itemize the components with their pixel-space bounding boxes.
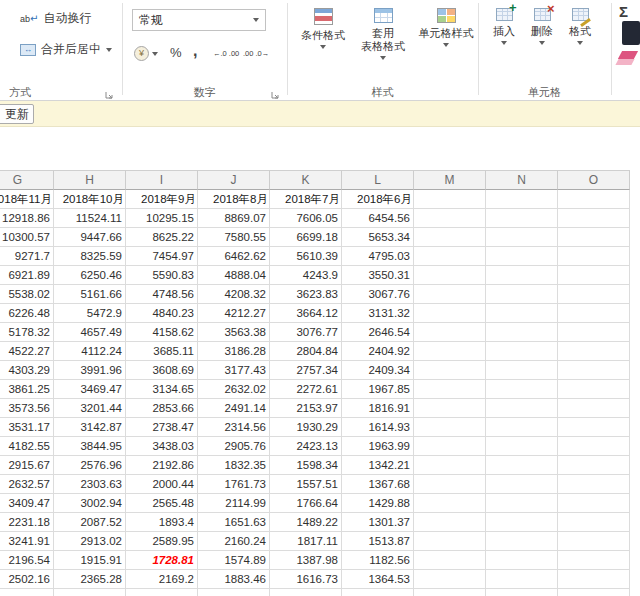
dialog-launcher-icon[interactable] [104, 86, 114, 96]
cell[interactable] [486, 399, 558, 418]
column-header-K[interactable]: K [270, 170, 342, 190]
cell[interactable]: 4657.49 [54, 323, 126, 342]
cell[interactable] [486, 494, 558, 513]
clear-button[interactable] [616, 50, 640, 67]
cell[interactable]: 3573.56 [0, 399, 54, 418]
cell[interactable] [414, 209, 486, 228]
cell[interactable]: 8625.22 [126, 228, 198, 247]
cell[interactable]: 3469.47 [54, 380, 126, 399]
cell[interactable] [558, 266, 630, 285]
cell[interactable]: 2913.02 [54, 532, 126, 551]
cell[interactable] [414, 323, 486, 342]
cell[interactable] [558, 532, 630, 551]
cell[interactable] [558, 247, 630, 266]
cell[interactable]: 3409.47 [0, 494, 54, 513]
cell[interactable]: 2018年11月 [0, 190, 54, 209]
cell[interactable]: 4522.27 [0, 342, 54, 361]
cell[interactable] [414, 399, 486, 418]
cell[interactable]: 2646.54 [342, 323, 414, 342]
increase-decimal-button[interactable]: ←.0 .00 [213, 49, 239, 58]
cell[interactable]: 1817.11 [270, 532, 342, 551]
cell[interactable]: 1513.87 [342, 532, 414, 551]
cell[interactable] [558, 437, 630, 456]
conditional-format-button[interactable]: 条件格式 [296, 5, 350, 83]
cell[interactable] [54, 589, 126, 596]
cell[interactable] [414, 342, 486, 361]
cell[interactable]: 2632.57 [0, 475, 54, 494]
cell[interactable]: 5472.9 [54, 304, 126, 323]
cell[interactable]: 2502.16 [0, 570, 54, 589]
decrease-decimal-button[interactable]: .00 .0→ [243, 49, 269, 58]
cell[interactable] [486, 513, 558, 532]
cell[interactable] [414, 589, 486, 596]
cell[interactable] [486, 228, 558, 247]
cell[interactable] [558, 475, 630, 494]
cell[interactable]: 2409.34 [342, 361, 414, 380]
cell[interactable] [0, 589, 54, 596]
cell[interactable]: 1963.99 [342, 437, 414, 456]
cell[interactable]: 1614.93 [342, 418, 414, 437]
cell[interactable] [486, 323, 558, 342]
cell[interactable] [414, 513, 486, 532]
cell[interactable]: 2404.92 [342, 342, 414, 361]
cell[interactable]: 1182.56 [342, 551, 414, 570]
cell[interactable] [414, 475, 486, 494]
cell[interactable]: 3608.69 [126, 361, 198, 380]
cell[interactable]: 2000.44 [126, 475, 198, 494]
cell[interactable]: 3131.32 [342, 304, 414, 323]
cell[interactable]: 10295.15 [126, 209, 198, 228]
cell[interactable] [558, 399, 630, 418]
cell[interactable]: 2018年9月 [126, 190, 198, 209]
cell[interactable]: 3134.65 [126, 380, 198, 399]
cell[interactable]: 8325.59 [54, 247, 126, 266]
column-header-G[interactable]: G [0, 170, 54, 190]
cell[interactable]: 2087.52 [54, 513, 126, 532]
cell[interactable] [414, 304, 486, 323]
cell[interactable]: 1367.68 [342, 475, 414, 494]
cell[interactable]: 3685.11 [126, 342, 198, 361]
cell[interactable]: 1489.22 [270, 513, 342, 532]
cell[interactable]: 1364.53 [342, 570, 414, 589]
cell[interactable] [486, 285, 558, 304]
cell[interactable] [486, 209, 558, 228]
cell[interactable]: 6226.48 [0, 304, 54, 323]
cell[interactable]: 1893.4 [126, 513, 198, 532]
cell[interactable] [342, 589, 414, 596]
cell[interactable]: 3142.87 [54, 418, 126, 437]
cell[interactable] [558, 323, 630, 342]
cell[interactable] [558, 456, 630, 475]
cell[interactable]: 6250.46 [54, 266, 126, 285]
cell[interactable]: 3861.25 [0, 380, 54, 399]
cell[interactable] [486, 361, 558, 380]
cell[interactable]: 1883.46 [198, 570, 270, 589]
cell[interactable]: 2192.86 [126, 456, 198, 475]
cell[interactable]: 1429.88 [342, 494, 414, 513]
comma-style-button[interactable]: , [193, 46, 197, 56]
cell[interactable]: 11524.11 [54, 209, 126, 228]
cell[interactable] [198, 589, 270, 596]
cell[interactable] [414, 380, 486, 399]
cell[interactable]: 3201.44 [54, 399, 126, 418]
cell[interactable]: 3664.12 [270, 304, 342, 323]
percent-style-button[interactable]: % [170, 45, 182, 60]
cell[interactable]: 9271.7 [0, 247, 54, 266]
cell[interactable]: 12918.86 [0, 209, 54, 228]
insert-cells-button[interactable]: 插入 [486, 5, 522, 83]
cell[interactable]: 4212.27 [198, 304, 270, 323]
cell[interactable]: 1301.37 [342, 513, 414, 532]
cell[interactable]: 3067.76 [342, 285, 414, 304]
cell[interactable] [486, 551, 558, 570]
cell[interactable] [558, 304, 630, 323]
cell[interactable]: 7606.05 [270, 209, 342, 228]
column-header-O[interactable]: O [558, 170, 630, 190]
cell[interactable] [486, 418, 558, 437]
cell[interactable]: 4243.9 [270, 266, 342, 285]
cell[interactable]: 2853.66 [126, 399, 198, 418]
cell[interactable] [558, 589, 630, 596]
cell[interactable] [486, 532, 558, 551]
cell[interactable]: 1387.98 [270, 551, 342, 570]
cell[interactable]: 2018年7月 [270, 190, 342, 209]
cell[interactable] [558, 361, 630, 380]
cell[interactable]: 2905.76 [198, 437, 270, 456]
cell[interactable] [486, 380, 558, 399]
